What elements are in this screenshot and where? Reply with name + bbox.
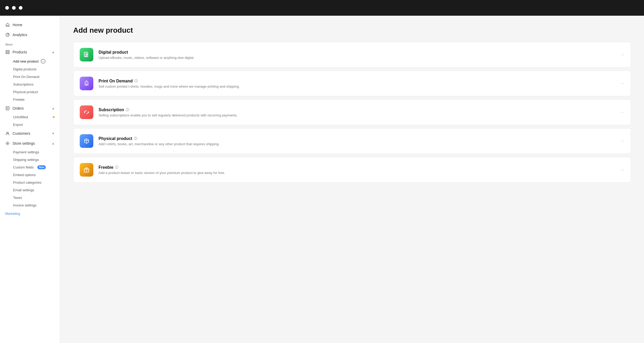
digital-product-icon-wrap bbox=[80, 48, 93, 61]
svg-point-10 bbox=[7, 132, 8, 134]
customers-chevron-down: ▼ bbox=[52, 132, 55, 135]
sidebar-item-store-settings[interactable]: Store settings ▲ bbox=[0, 138, 60, 148]
export-label: Export bbox=[13, 123, 23, 127]
digital-product-desc: Upload eBooks, music, videos, software o… bbox=[99, 56, 616, 60]
product-card-physical[interactable]: Physical product ⓘ Add t-shirts, books, … bbox=[73, 128, 631, 154]
freebie-product-arrow-icon: → bbox=[620, 167, 624, 173]
sidebar-sub-shipping-settings[interactable]: Shipping settings bbox=[0, 156, 60, 164]
sidebar: Home Analytics Store bbox=[0, 16, 60, 343]
sub-info-icon: ⓘ bbox=[126, 108, 129, 112]
product-card-pod[interactable]: Print On Demand ⓘ Sell custom printed t-… bbox=[73, 71, 631, 96]
sidebar-item-products[interactable]: Products ▲ bbox=[0, 47, 60, 57]
product-card-subscription[interactable]: Subscription ⓘ Selling subscriptions ena… bbox=[73, 99, 631, 125]
sidebar-sub-payment-settings[interactable]: Payment settings bbox=[0, 148, 60, 156]
sidebar-sub-product-categories[interactable]: Product categories bbox=[0, 179, 60, 186]
sidebar-item-customers[interactable]: Customers ▼ bbox=[0, 128, 60, 138]
svg-point-1 bbox=[7, 35, 8, 35]
store-settings-label: Store settings bbox=[13, 141, 35, 145]
store-settings-chevron-up: ▲ bbox=[52, 142, 55, 145]
sidebar-item-orders[interactable]: Orders ▲ bbox=[0, 103, 60, 113]
custom-fields-label: Custom fields bbox=[13, 165, 34, 169]
invoice-settings-label: Invoice settings bbox=[13, 203, 37, 207]
add-new-product-label: Add new product bbox=[13, 59, 39, 63]
orders-icon bbox=[5, 106, 10, 111]
physical-product-arrow-icon: → bbox=[620, 138, 624, 144]
svg-rect-4 bbox=[6, 53, 7, 54]
svg-rect-2 bbox=[6, 50, 7, 52]
sub-product-arrow-icon: → bbox=[620, 110, 624, 115]
subscriptions-label: Subscriptions bbox=[13, 82, 33, 86]
topbar bbox=[0, 0, 644, 16]
pod-product-info: Print On Demand ⓘ Sell custom printed t-… bbox=[99, 79, 616, 88]
print-on-demand-label: Print On Demand bbox=[13, 75, 39, 79]
sidebar-sub-embed-options[interactable]: Embed options bbox=[0, 171, 60, 179]
freebie-info-icon: ⓘ bbox=[115, 165, 118, 170]
orders-label: Orders bbox=[13, 106, 24, 110]
products-label: Products bbox=[13, 50, 27, 54]
customers-label: Customers bbox=[13, 131, 30, 136]
products-chevron-up: ▲ bbox=[52, 50, 55, 54]
freebie-product-icon-wrap bbox=[80, 163, 93, 177]
product-card-digital[interactable]: Digital product Upload eBooks, music, vi… bbox=[73, 42, 631, 68]
freebie-label: Freebie bbox=[13, 98, 25, 102]
sidebar-sub-taxes[interactable]: Taxes bbox=[0, 194, 60, 201]
freebie-product-desc: Add a product teaser or basic version of… bbox=[99, 171, 616, 175]
svg-point-11 bbox=[7, 143, 8, 144]
sidebar-sub-email-settings[interactable]: Email settings bbox=[0, 186, 60, 194]
sub-product-icon-wrap bbox=[80, 105, 93, 119]
main-content: Add new product Digital product Upload e… bbox=[60, 16, 644, 343]
pod-product-desc: Sell custom printed t-shirts, hoodies, m… bbox=[99, 85, 616, 88]
pod-product-name: Print On Demand ⓘ bbox=[99, 79, 616, 83]
sidebar-sub-unfulfilled[interactable]: Unfulfilled bbox=[0, 113, 60, 121]
sidebar-sub-freebie[interactable]: Freebie bbox=[0, 96, 60, 103]
customers-icon bbox=[5, 131, 10, 136]
sidebar-sub-export[interactable]: Export bbox=[0, 121, 60, 128]
window-dot-green[interactable] bbox=[19, 6, 22, 10]
unfulfilled-badge bbox=[53, 116, 55, 118]
unfulfilled-label: Unfulfilled bbox=[13, 115, 28, 119]
window-dot-yellow[interactable] bbox=[12, 6, 16, 10]
pod-info-icon: ⓘ bbox=[134, 79, 138, 83]
orders-chevron-up: ▲ bbox=[52, 107, 55, 110]
pod-product-arrow-icon: → bbox=[620, 81, 624, 86]
sidebar-item-home[interactable]: Home bbox=[0, 20, 60, 30]
svg-rect-3 bbox=[8, 50, 9, 52]
sidebar-sub-print-on-demand[interactable]: Print On Demand bbox=[0, 73, 60, 81]
embed-options-label: Embed options bbox=[13, 173, 36, 177]
sidebar-sub-digital-products[interactable]: Digital products bbox=[0, 65, 60, 73]
sidebar-sub-invoice-settings[interactable]: Invoice settings bbox=[0, 201, 60, 209]
payment-settings-label: Payment settings bbox=[13, 150, 39, 154]
analytics-icon bbox=[5, 32, 10, 37]
sidebar-sub-add-new-product[interactable]: Add new product + bbox=[0, 57, 60, 65]
physical-product-desc: Add t-shirts, books, art, merchandise or… bbox=[99, 142, 616, 146]
home-label: Home bbox=[13, 23, 22, 27]
physical-product-info: Physical product ⓘ Add t-shirts, books, … bbox=[99, 136, 616, 146]
taxes-label: Taxes bbox=[13, 196, 22, 200]
svg-rect-5 bbox=[8, 53, 9, 54]
product-card-freebie[interactable]: Freebie ⓘ Add a product teaser or basic … bbox=[73, 157, 631, 183]
freebie-product-name: Freebie ⓘ bbox=[99, 165, 616, 170]
products-icon bbox=[5, 50, 10, 54]
sidebar-sub-physical-product[interactable]: Physical product bbox=[0, 88, 60, 96]
email-settings-label: Email settings bbox=[13, 188, 34, 192]
sub-product-name: Subscription ⓘ bbox=[99, 108, 616, 112]
page-title: Add new product bbox=[73, 26, 631, 35]
sub-product-info: Subscription ⓘ Selling subscriptions ena… bbox=[99, 108, 616, 117]
store-settings-icon bbox=[5, 141, 10, 146]
store-section-label: Store bbox=[0, 40, 60, 47]
sidebar-sub-subscriptions[interactable]: Subscriptions bbox=[0, 81, 60, 88]
window-dot-red[interactable] bbox=[5, 6, 9, 10]
digital-products-label: Digital products bbox=[13, 67, 37, 71]
analytics-label: Analytics bbox=[13, 33, 27, 37]
physical-info-icon: ⓘ bbox=[134, 136, 137, 141]
physical-product-icon-wrap bbox=[80, 134, 93, 148]
shipping-settings-label: Shipping settings bbox=[13, 158, 39, 162]
sidebar-item-analytics[interactable]: Analytics bbox=[0, 30, 60, 40]
add-icon: + bbox=[41, 59, 45, 64]
svg-rect-13 bbox=[86, 84, 87, 86]
sidebar-sub-custom-fields[interactable]: Custom fields New bbox=[0, 164, 60, 171]
product-categories-label: Product categories bbox=[13, 181, 41, 184]
digital-product-info: Digital product Upload eBooks, music, vi… bbox=[99, 50, 616, 60]
sub-product-desc: Selling subscriptions enable you to sell… bbox=[99, 113, 616, 117]
digital-product-arrow-icon: → bbox=[620, 52, 624, 58]
